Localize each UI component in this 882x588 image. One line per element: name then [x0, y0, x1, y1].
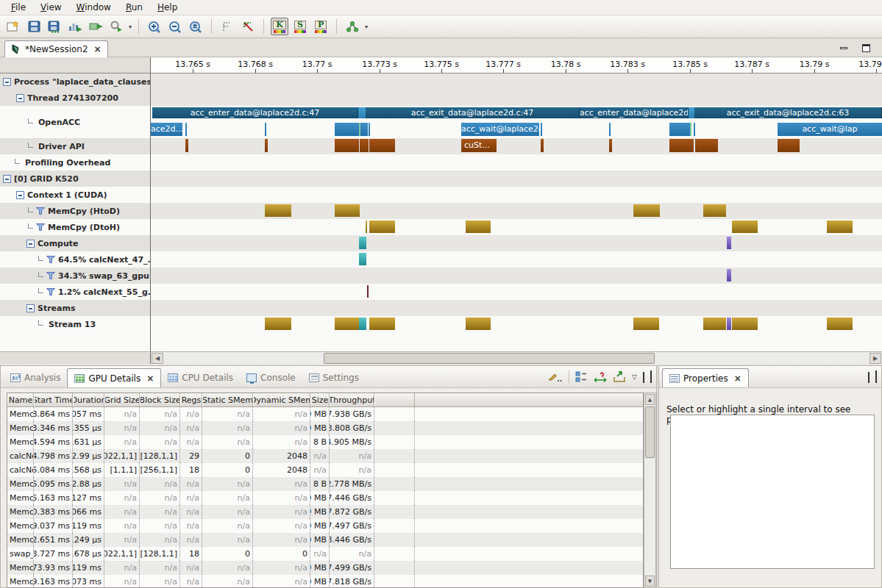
- interval-bar[interactable]: acc_wait@laplace2d.c...: [461, 123, 539, 136]
- interval-bar[interactable]: [669, 123, 691, 136]
- collapse-icon[interactable]: [16, 94, 24, 102]
- interval-bar[interactable]: [360, 139, 369, 152]
- tree-item-driver-api[interactable]: Driver API: [0, 138, 151, 154]
- view-menu-icon[interactable]: ▽: [632, 373, 637, 381]
- tree-item-thread[interactable]: Thread 2741307200: [0, 90, 151, 106]
- interval-bar[interactable]: [732, 220, 758, 233]
- tab-cpu-details[interactable]: CPU Details: [161, 368, 240, 387]
- process-mode-button[interactable]: P: [312, 18, 330, 35]
- tab-console[interactable]: Console: [240, 368, 302, 387]
- close-icon[interactable]: ×: [94, 44, 102, 54]
- column-header-regs[interactable]: Regs: [180, 393, 202, 406]
- interval-bar[interactable]: [359, 318, 366, 330]
- scroll-down-icon[interactable]: ▼: [645, 576, 655, 587]
- search-run-icon[interactable]: [107, 18, 125, 35]
- tree-item-compute[interactable]: Compute: [0, 235, 151, 251]
- interval-bar[interactable]: [358, 107, 366, 118]
- interval-bar[interactable]: [265, 318, 291, 330]
- tree-item-streams[interactable]: Streams: [0, 300, 151, 316]
- marker-f-icon[interactable]: [218, 18, 236, 35]
- table-row[interactable]: Memcp169.037 ms1.119 msn/an/an/an/an/a9 …: [7, 519, 643, 533]
- interval-bar[interactable]: [369, 318, 395, 330]
- timeline-hscrollbar[interactable]: ◀ ▶: [151, 351, 882, 364]
- scroll-right-icon[interactable]: ▶: [869, 353, 881, 364]
- table-row[interactable]: Memcp154.594 ms1.631 µsn/an/an/an/an/a8 …: [7, 435, 643, 449]
- close-icon[interactable]: ×: [734, 373, 741, 384]
- vscroll-thumb[interactable]: [645, 406, 655, 458]
- interval-bar[interactable]: [827, 220, 853, 233]
- brush-icon[interactable]: [548, 372, 563, 382]
- table-row[interactable]: Memcp172.651 ms93.249 µsn/an/an/an/an/a9…: [7, 533, 643, 547]
- rename-icon[interactable]: [87, 18, 104, 35]
- collapse-icon[interactable]: [26, 304, 35, 312]
- interval-bar[interactable]: [466, 220, 491, 233]
- menu-file[interactable]: File: [4, 1, 32, 14]
- interval-bar[interactable]: [369, 139, 395, 152]
- interval-bar[interactable]: acc_enter_data@laplace2d.c:63: [580, 107, 689, 118]
- tree-item-memcpy-htod[interactable]: MemCpy (HtoD): [0, 203, 151, 219]
- interval-bar[interactable]: [265, 123, 266, 136]
- tree-item-profiling-overhead[interactable]: Profiling Overhead: [0, 154, 151, 171]
- interval-bar[interactable]: [359, 253, 366, 265]
- fit-columns-icon[interactable]: [594, 372, 607, 383]
- collapse-icon[interactable]: [26, 240, 35, 248]
- maximize-icon[interactable]: [858, 43, 874, 53]
- interval-bar[interactable]: ace2d...: [151, 123, 182, 136]
- column-header-name[interactable]: Name: [7, 393, 34, 406]
- kernel-mode-button[interactable]: K: [271, 18, 288, 35]
- filter-funnel-icon[interactable]: [46, 288, 55, 295]
- interval-bar[interactable]: [727, 318, 731, 330]
- menu-window[interactable]: Window: [70, 1, 118, 14]
- tree-item-kernel-calcnext55[interactable]: 1.2% calcNext_55_g...: [0, 284, 151, 300]
- tab-settings[interactable]: Settings: [302, 368, 366, 387]
- column-header-grid-size[interactable]: Grid Size: [104, 393, 140, 406]
- interval-bar[interactable]: [335, 139, 359, 152]
- collapse-icon[interactable]: [16, 191, 24, 199]
- interval-bar[interactable]: [367, 285, 369, 298]
- menu-help[interactable]: Help: [151, 1, 184, 14]
- interval-bar[interactable]: [265, 204, 291, 217]
- table-row[interactable]: Memcp155.163 ms1.127 msn/an/an/an/an/a9 …: [7, 491, 643, 505]
- column-header-throughput[interactable]: Throughput: [330, 393, 374, 406]
- layout-icon[interactable]: [575, 371, 588, 383]
- column-header-block-size[interactable]: Block Size: [140, 393, 180, 406]
- table-row[interactable]: swap_173.727 ms50.678 µs[1022,1,1][128,1…: [7, 547, 643, 561]
- analysis-dropdown-icon[interactable]: ▾: [365, 24, 368, 30]
- scroll-up-icon[interactable]: ▲: [645, 394, 655, 405]
- column-header-size[interactable]: Size: [310, 393, 330, 406]
- filter-funnel-icon[interactable]: [46, 272, 55, 279]
- interval-bar[interactable]: [827, 318, 853, 330]
- maximize-icon[interactable]: [650, 373, 652, 382]
- stream-mode-button[interactable]: S: [291, 18, 309, 35]
- interval-bar[interactable]: [359, 237, 366, 249]
- interval-bar[interactable]: [727, 269, 731, 282]
- filter-funnel-icon[interactable]: [36, 207, 45, 215]
- interval-bar[interactable]: [466, 318, 491, 330]
- save-all-icon[interactable]: [46, 18, 63, 35]
- tree-item-context-1[interactable]: Context 1 (CUDA): [0, 187, 151, 203]
- interval-bar[interactable]: [369, 123, 370, 136]
- interval-bar[interactable]: [541, 123, 542, 136]
- interval-bar[interactable]: [703, 318, 726, 330]
- tree-item-kernel-calcnext47[interactable]: 64.5% calcNext_47_...: [0, 251, 151, 268]
- interval-bar[interactable]: [727, 237, 731, 249]
- minimize-icon[interactable]: [836, 43, 852, 53]
- analysis-graph-icon[interactable]: [344, 18, 361, 35]
- hscroll-thumb[interactable]: [324, 353, 655, 364]
- chart-export-icon[interactable]: [66, 18, 84, 35]
- search-dropdown-icon[interactable]: ▾: [129, 24, 132, 30]
- collapse-icon[interactable]: [3, 175, 11, 183]
- interval-bar[interactable]: [633, 318, 659, 330]
- tree-item-memcpy-dtoh[interactable]: MemCpy (DtoH): [0, 219, 151, 235]
- tree-item-kernel-swap63[interactable]: 34.3% swap_63_gpu: [0, 268, 151, 284]
- tree-item-grid-k520[interactable]: [0] GRID K520: [0, 171, 151, 187]
- table-row[interactable]: Memcp155.095 ms2.88 µsn/an/an/an/an/a8 B…: [7, 477, 643, 491]
- tab-session[interactable]: *NewSession2 ×: [4, 40, 108, 57]
- collapse-icon[interactable]: [3, 78, 11, 86]
- interval-bar[interactable]: acc_exit_data@laplace2d.c:47: [366, 107, 580, 118]
- table-row[interactable]: calcNe155.084 ms5.568 µs[1,1,1][256,1,1]…: [7, 463, 643, 477]
- column-header-start-time[interactable]: Start Time: [34, 393, 73, 406]
- interval-bar[interactable]: [335, 204, 360, 217]
- minimize-icon[interactable]: [643, 373, 644, 382]
- table-row[interactable]: calcNe154.798 ms282.99 µs[1022,1,1][128,…: [7, 449, 643, 463]
